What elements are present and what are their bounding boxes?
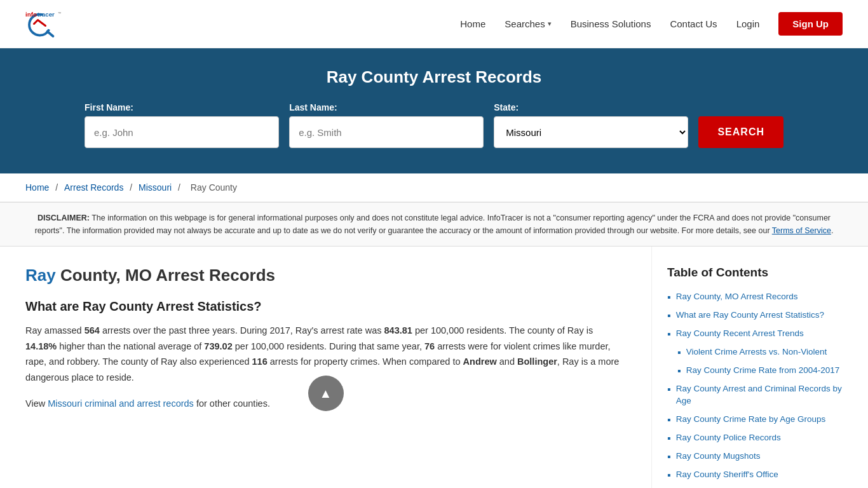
site-header: info tracer ™ Home Searches ▾ Business S… (0, 0, 868, 48)
logo-svg: info tracer ™ (25, 6, 64, 41)
breadcrumb: Home / Arrest Records / Missouri / Ray C… (0, 173, 868, 202)
toc-link[interactable]: Ray County Arrest and Criminal Records b… (676, 383, 853, 407)
toc-link[interactable]: Violent Crime Arrests vs. Non-Violent (686, 346, 827, 358)
nav-searches[interactable]: Searches (505, 18, 545, 29)
heading-highlight: Ray (25, 266, 56, 285)
toc-item: Ray County Recent Arrest Trends (667, 328, 853, 340)
breadcrumb-sep1: / (55, 182, 60, 193)
breadcrumb-sep2: / (130, 182, 135, 193)
p1-mid6: arrests for property crimes. When compar… (268, 356, 463, 367)
breadcrumb-ray-county: Ray County (191, 182, 237, 193)
svg-text:info: info (25, 11, 37, 18)
toc-link[interactable]: Ray County Recent Arrest Trends (676, 328, 804, 340)
toc-link[interactable]: Ray County Mugshots (676, 451, 761, 463)
search-form: First Name: Last Name: State: Missouri A… (85, 102, 783, 148)
nav-login[interactable]: Login (736, 18, 760, 29)
p1-mid3: higher than the national average of (57, 341, 204, 351)
toc-item: Ray County Mugshots (667, 451, 853, 463)
first-name-input[interactable] (85, 116, 279, 148)
breadcrumb-home[interactable]: Home (25, 182, 49, 193)
state-select[interactable]: Missouri Alabama Alaska Arizona Arkansas… (494, 116, 688, 148)
toc-title: Table of Contents (667, 266, 853, 280)
property-count: 116 (252, 356, 268, 367)
breadcrumb-arrest-records[interactable]: Arrest Records (64, 182, 123, 193)
p1-mid2: per 100,000 residents. The county of Ray… (412, 325, 593, 336)
national-rate: 739.02 (204, 341, 232, 351)
main-heading: Ray County, MO Arrest Records (25, 266, 626, 285)
disclaimer-text: The information on this webpage is for g… (35, 214, 831, 235)
toc-item: Ray County Crime Rate by Age Groups (667, 414, 853, 426)
view-text-after: for other counties. (194, 398, 270, 409)
last-name-input[interactable] (289, 116, 484, 148)
hero-section: Ray County Arrest Records First Name: La… (0, 48, 868, 173)
toc-link[interactable]: What are Ray County Arrest Statistics? (676, 309, 824, 322)
breadcrumb-missouri[interactable]: Missouri (139, 182, 172, 193)
heading-rest: County, MO Arrest Records (56, 266, 275, 285)
last-name-label: Last Name: (289, 102, 337, 112)
p1-start: Ray amassed (25, 325, 85, 336)
toc-link[interactable]: Ray County Crime Rate by Age Groups (676, 414, 826, 426)
main-content: Ray County, MO Arrest Records What are R… (0, 247, 868, 488)
toc-item: What are Ray County Arrest Statistics? (667, 309, 853, 322)
nav-searches-wrapper[interactable]: Searches ▾ (505, 18, 551, 29)
p1-mid4: per 100,000 residents. During that same … (233, 341, 424, 351)
state-label: State: (494, 102, 519, 112)
p1-mid7: and (497, 356, 517, 367)
bollinger-name: Bollinger (517, 356, 557, 367)
content-right: Table of Contents Ray County, MO Arrest … (652, 247, 868, 488)
view-text-before: View (25, 398, 48, 409)
hero-title: Ray County Arrest Records (25, 67, 843, 87)
toc-item: Ray County Police Records (667, 432, 853, 444)
svg-line-1 (48, 32, 53, 37)
toc-item: Violent Crime Arrests vs. Non-Violent (667, 346, 853, 358)
arrest-rate: 843.81 (384, 325, 412, 336)
toc-item: Ray County Sheriff's Office (667, 469, 853, 481)
arrests-count: 564 (85, 325, 100, 336)
scroll-up-button[interactable] (308, 376, 344, 411)
toc-link[interactable]: Ray County, MO Arrest Records (676, 291, 798, 303)
disclaimer-bar: DISCLAIMER: The information on this webp… (0, 202, 868, 247)
tos-link[interactable]: Terms of Service (772, 226, 831, 235)
main-nav: Home Searches ▾ Business Solutions Conta… (460, 12, 843, 36)
state-group: State: Missouri Alabama Alaska Arizona A… (494, 102, 688, 148)
toc-item: Ray County Crime Rate from 2004-2017 (667, 365, 853, 377)
first-name-label: First Name: (85, 102, 133, 112)
p1-mid1: arrests over the past three years. Durin… (100, 325, 384, 336)
content-left: Ray County, MO Arrest Records What are R… (0, 247, 652, 488)
search-button[interactable]: SEARCH (698, 116, 783, 148)
higher-pct: 14.18% (25, 341, 57, 351)
toc-list: Ray County, MO Arrest RecordsWhat are Ra… (667, 291, 853, 481)
violent-count: 76 (424, 341, 435, 351)
toc-item: Ray County Arrest and Criminal Records b… (667, 383, 853, 407)
toc-item: Ray County, MO Arrest Records (667, 291, 853, 303)
nav-contact-us[interactable]: Contact Us (670, 18, 717, 29)
breadcrumb-sep3: / (178, 182, 183, 193)
table-of-contents: Table of Contents Ray County, MO Arrest … (667, 266, 853, 481)
section-title: What are Ray County Arrest Statistics? (25, 299, 626, 314)
chevron-down-icon: ▾ (548, 20, 552, 28)
missouri-criminal-records-link[interactable]: Missouri criminal and arrest records (48, 398, 194, 409)
nav-business-solutions[interactable]: Business Solutions (571, 18, 651, 29)
nav-signup[interactable]: Sign Up (778, 12, 843, 36)
toc-link[interactable]: Ray County Sheriff's Office (676, 469, 778, 481)
andrew-name: Andrew (463, 356, 497, 367)
toc-link[interactable]: Ray County Crime Rate from 2004-2017 (686, 365, 840, 377)
disclaimer-label: DISCLAIMER: (37, 214, 90, 222)
first-name-group: First Name: (85, 102, 279, 148)
logo: info tracer ™ (25, 6, 64, 41)
last-name-group: Last Name: (289, 102, 484, 148)
svg-text:™: ™ (58, 11, 61, 15)
svg-text:tracer: tracer (37, 11, 55, 18)
nav-home[interactable]: Home (460, 18, 485, 29)
toc-link[interactable]: Ray County Police Records (676, 432, 781, 444)
